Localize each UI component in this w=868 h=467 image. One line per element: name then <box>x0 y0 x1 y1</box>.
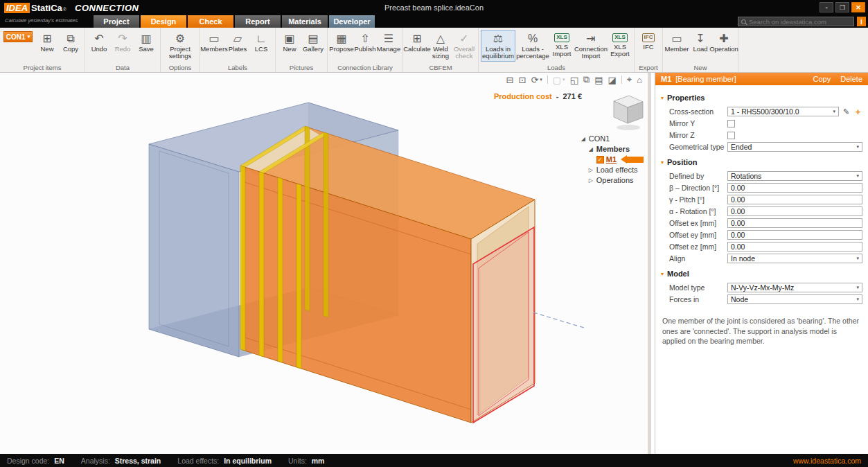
defined-by-select[interactable]: Rotations ▾ <box>727 171 862 181</box>
tree-item-load-effects[interactable]: ▷ Load effects <box>589 165 644 175</box>
info-button[interactable]: i <box>857 17 866 26</box>
ribbon-button-xls-import[interactable]: XLS XLS Import <box>550 30 574 59</box>
edit-icon[interactable]: ✎ <box>842 107 851 116</box>
mirror-z-checkbox[interactable] <box>727 132 735 139</box>
fit-view-icon[interactable]: ⊡ <box>518 75 526 85</box>
print-icon[interactable]: ⊟ <box>506 75 514 85</box>
chevron-down-icon: ▾ <box>856 256 859 261</box>
ribbon-button-new-picture[interactable]: ▣ New <box>278 30 301 54</box>
bearing-member-note: One member of the joint is considered as… <box>661 316 862 346</box>
ribbon-button-save[interactable]: ▥ Save <box>134 30 158 54</box>
delete-button[interactable]: Delete <box>840 75 862 83</box>
ribbon-button-manage[interactable]: ☰ Manage <box>377 30 400 54</box>
window-controls: ▫ ❐ ✕ <box>820 2 865 12</box>
ribbon: CON1 ▾ ⊞ New ⧉ Copy Project items ↶ Undo… <box>0 28 868 73</box>
ribbon-button-connection-import[interactable]: ⇥ Connection Import <box>574 30 608 62</box>
geometrical-type-select[interactable]: Ended ▾ <box>727 142 862 152</box>
website-link[interactable]: www.ideastatica.com <box>793 457 861 465</box>
section-position[interactable]: ▾ Position <box>661 158 862 166</box>
navigation-cube[interactable] <box>614 96 643 130</box>
model-type-row: Model type N-Vy-Vz-Mx-My-Mz ▾ <box>661 282 862 293</box>
add-cross-section-icon[interactable]: + <box>853 107 862 117</box>
cross-section-select[interactable]: 1 - RHS500/300/10.0 ▾ <box>727 107 839 116</box>
status-load-effects: Load effects: In equilibrium <box>177 457 272 465</box>
title-bar: IDEA StatiCa ® CONNECTION Precast beam s… <box>0 0 868 15</box>
align-select[interactable]: In node ▾ <box>727 254 862 263</box>
tab-project[interactable]: Project <box>94 15 139 28</box>
ribbon-button-calculate[interactable]: ⊞ Calculate <box>405 30 429 54</box>
ribbon-button-loads-in-equilibrium[interactable]: ⚖ Loads in equilibrium <box>481 30 515 62</box>
defined-by-row: Defined by Rotations ▾ <box>661 170 862 182</box>
tab-report[interactable]: Report <box>235 15 281 28</box>
tree-item-m1[interactable]: ✓ M1 <box>596 155 644 164</box>
search-input[interactable] <box>749 18 851 26</box>
section-properties[interactable]: ▾ Properties <box>661 94 862 102</box>
search-icon <box>741 19 746 24</box>
copy-button[interactable]: Copy <box>813 75 831 83</box>
save-icon: ▥ <box>141 31 151 46</box>
close-button[interactable]: ✕ <box>851 2 865 12</box>
chevron-down-icon[interactable]: ▾ <box>563 77 565 82</box>
geometrical-type-row: Geometrical type Ended ▾ <box>661 141 862 152</box>
ribbon-button-new-operation[interactable]: ✚ Operation <box>712 30 736 54</box>
restore-button[interactable]: ❐ <box>835 2 849 12</box>
logo-statica: StatiCa <box>31 3 62 13</box>
offset-ex-input[interactable]: 0.00 <box>727 218 862 228</box>
3d-viewport[interactable]: ⊟ ⊡ ⟳ ▾ ▢ ▾ ◱ ⧉ ▤ ◪ ⌖ ⌂ Production cost … <box>0 73 651 454</box>
clip-planes-icon[interactable]: ◪ <box>608 75 617 85</box>
cross-section-row: Cross-section 1 - RHS500/300/10.0 ▾ ✎ + <box>661 106 862 117</box>
tree-item-members[interactable]: ◢ Members <box>589 144 644 154</box>
section-box-icon[interactable]: ▢ <box>553 75 561 85</box>
tree-item-operations[interactable]: ▷ Operations <box>589 175 644 185</box>
offset-ey-input[interactable]: 0.00 <box>727 230 862 240</box>
ribbon-button-overall-check[interactable]: ✓ Overall check <box>452 30 476 62</box>
pin-icon[interactable]: ⌖ <box>627 74 632 85</box>
model-type-select[interactable]: N-Vy-Vz-Mx-My-Mz ▾ <box>727 283 862 292</box>
ribbon-button-lcs[interactable]: ∟ LCS <box>249 30 273 54</box>
con1-selector[interactable]: CON1 ▾ <box>3 31 33 42</box>
ribbon-button-new-project-item[interactable]: ⊞ New <box>35 30 59 54</box>
tab-design[interactable]: Design <box>141 15 186 28</box>
ribbon-button-gallery[interactable]: ▤ Gallery <box>301 30 325 54</box>
ribbon-button-propose[interactable]: ▦ Propose <box>330 30 353 54</box>
ribbon-button-members-labels[interactable]: ▭ Members <box>202 30 226 54</box>
beta-direction-input[interactable]: 0.00 <box>727 183 862 193</box>
minimize-button[interactable]: ▫ <box>820 2 833 12</box>
ribbon-button-plates-labels[interactable]: ▱ Plates <box>226 30 249 54</box>
ribbon-button-new-load[interactable]: ↧ Load <box>689 30 712 54</box>
alpha-rotation-input[interactable]: 0.00 <box>727 206 862 216</box>
chevron-down-icon[interactable]: ▾ <box>540 77 542 82</box>
gallery-icon[interactable]: ⧉ <box>583 74 590 85</box>
undo-icon: ↶ <box>94 31 103 46</box>
forces-in-select[interactable]: Node ▾ <box>727 294 862 304</box>
offset-ez-input[interactable]: 0.00 <box>727 242 862 252</box>
mirror-y-row: Mirror Y <box>661 118 862 129</box>
ribbon-button-weld-sizing[interactable]: △ Weld sizing <box>429 30 452 62</box>
new-member-icon: ▭ <box>671 31 682 46</box>
rotate-view-icon[interactable]: ⟳ <box>531 75 538 85</box>
3d-scene[interactable] <box>0 73 651 454</box>
section-model[interactable]: ▾ Model <box>661 270 862 278</box>
offset-ez-row: Offset ez [mm] 0.00 <box>661 241 862 252</box>
views-icon[interactable]: ◱ <box>570 75 578 85</box>
home-icon[interactable]: ⌂ <box>637 75 642 85</box>
chevron-down-icon: ▾ <box>833 109 835 114</box>
gamma-pitch-input[interactable]: 0.00 <box>727 195 862 204</box>
ribbon-button-publish[interactable]: ⇧ Publish <box>353 30 377 54</box>
weld-sizing-icon: △ <box>436 31 445 46</box>
ribbon-button-undo[interactable]: ↶ Undo <box>87 30 111 54</box>
tab-check[interactable]: Check <box>188 15 233 28</box>
tree-item-con1[interactable]: ◢ CON1 <box>581 134 644 143</box>
ribbon-button-xls-export[interactable]: XLS XLS Export <box>608 30 632 59</box>
ribbon-button-ifc[interactable]: IFC IFC <box>637 30 660 52</box>
mirror-y-checkbox[interactable] <box>727 120 735 127</box>
align-row: Align In node ▾ <box>661 253 862 264</box>
ribbon-button-loads-percentage[interactable]: % Loads - percentage <box>515 30 550 62</box>
tab-materials[interactable]: Materials <box>282 15 328 28</box>
ribbon-button-redo[interactable]: ↷ Redo <box>111 30 134 54</box>
tab-developer[interactable]: Developer <box>329 15 375 28</box>
ribbon-button-new-member[interactable]: ▭ Member <box>665 30 689 54</box>
layers-icon[interactable]: ▤ <box>594 75 603 85</box>
ribbon-button-copy[interactable]: ⧉ Copy <box>59 30 82 54</box>
ribbon-button-project-settings[interactable]: ⚙ Project settings <box>163 30 197 62</box>
